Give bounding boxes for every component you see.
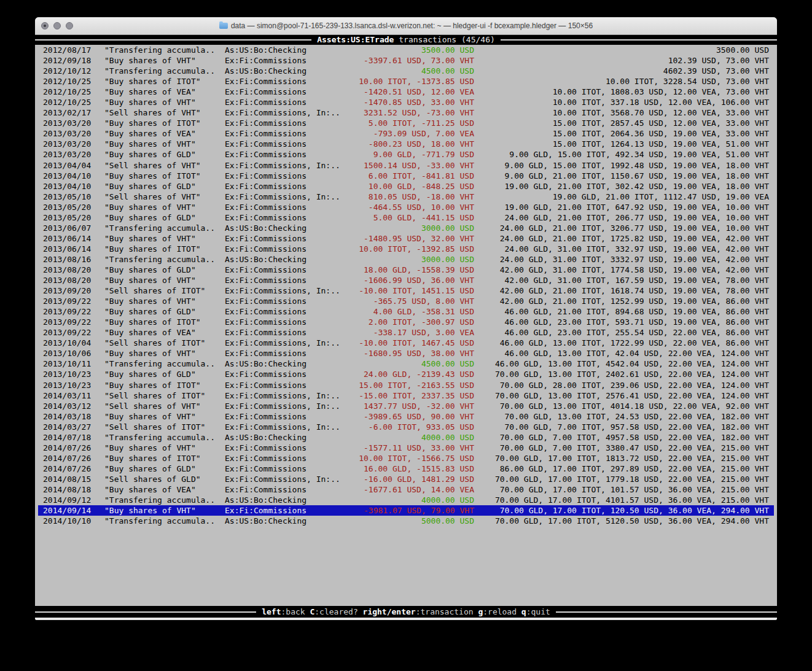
transaction-row[interactable]: 2013/10/11 "Transfering accumula.. As:US… bbox=[38, 359, 774, 369]
running-balance: 70.00 GLD, 17.00 ITOT, 1813.72 USD, 22.0… bbox=[474, 453, 769, 463]
transaction-date: 2013/09/22 bbox=[43, 296, 104, 306]
transaction-row[interactable]: 2013/10/06 "Buy shares of VHT" Ex:Fi:Com… bbox=[38, 348, 774, 359]
transaction-row[interactable]: 2013/03/20 "Buy shares of GLD" Ex:Fi:Com… bbox=[38, 149, 774, 160]
amount-change: 4.00 GLD, -358.31 USD bbox=[342, 306, 474, 317]
running-balance: 24.00 GLD, 21.00 ITOT, 3206.77 USD, 19.0… bbox=[474, 223, 769, 233]
other-account: Ex:Fi:Commissions bbox=[225, 212, 342, 223]
transaction-row[interactable]: 2013/09/22 "Buy shares of VEA" Ex:Fi:Com… bbox=[38, 327, 774, 338]
transaction-row[interactable]: 2012/10/25 "Buy shares of VEA" Ex:Fi:Com… bbox=[38, 87, 774, 97]
transaction-description: "Buy shares of GLD" bbox=[104, 212, 225, 223]
running-balance: 70.00 GLD, 7.00 ITOT, 3380.47 USD, 22.00… bbox=[474, 443, 769, 453]
key-hint: left:back bbox=[262, 607, 305, 616]
amount-change: 10.00 ITOT, -1373.85 USD bbox=[342, 76, 474, 87]
transaction-row[interactable]: 2014/07/26 "Buy shares of GLD" Ex:Fi:Com… bbox=[38, 463, 774, 474]
other-account: Ex:Fi:Commissions bbox=[225, 265, 342, 275]
close-button-icon[interactable] bbox=[41, 22, 49, 29]
transaction-row[interactable]: 2013/04/10 "Buy shares of GLD" Ex:Fi:Com… bbox=[38, 181, 774, 192]
transaction-row[interactable]: 2013/10/23 "Buy shares of ITOT" Ex:Fi:Co… bbox=[38, 380, 774, 390]
transaction-date: 2013/08/20 bbox=[43, 275, 104, 285]
transaction-register: 2012/08/17 "Transfering accumula.. As:US… bbox=[35, 45, 777, 526]
amount-change: -16.00 GLD, 1481.29 USD bbox=[342, 474, 474, 484]
transaction-row[interactable]: 2013/03/20 "Buy shares of VEA" Ex:Fi:Com… bbox=[38, 128, 774, 139]
running-balance: 70.00 GLD, 7.00 ITOT, 957.58 USD, 22.00 … bbox=[474, 422, 769, 432]
key-hint: right/enter:transaction bbox=[363, 607, 474, 616]
window-bottom-edge[interactable] bbox=[35, 618, 777, 620]
transaction-row[interactable]: 2014/07/18 "Transfering accumula.. As:US… bbox=[38, 432, 774, 443]
transaction-row[interactable]: 2013/03/20 "Buy shares of ITOT" Ex:Fi:Co… bbox=[38, 118, 774, 128]
running-balance: 9.00 GLD, 15.00 ITOT, 1992.48 USD, 19.00… bbox=[474, 160, 769, 171]
transaction-date: 2014/03/27 bbox=[43, 422, 104, 432]
transaction-row[interactable]: 2014/08/15 "Sell shares of GLD" Ex:Fi:Co… bbox=[38, 474, 774, 484]
amount-change: -365.75 USD, 8.00 VHT bbox=[342, 296, 474, 306]
running-balance: 102.39 USD, 73.00 VHT bbox=[474, 55, 769, 66]
amount-change: 3500.00 USD bbox=[342, 45, 474, 55]
transaction-date: 2013/05/20 bbox=[43, 212, 104, 223]
running-balance: 19.00 GLD, 21.00 ITOT, 302.42 USD, 19.00… bbox=[474, 181, 769, 192]
other-account: Ex:Fi:Commissions, In:.. bbox=[225, 390, 342, 401]
amount-change: 24.00 GLD, -2139.43 USD bbox=[342, 369, 474, 379]
running-balance: 10.00 ITOT, 337.18 USD, 12.00 VEA, 106.0… bbox=[474, 97, 769, 107]
transaction-row[interactable]: 2012/10/25 "Buy shares of VHT" Ex:Fi:Com… bbox=[38, 97, 774, 107]
minimize-button-icon[interactable] bbox=[53, 22, 61, 29]
transaction-row[interactable]: 2014/03/11 "Sell shares of ITOT" Ex:Fi:C… bbox=[38, 390, 774, 401]
transaction-date: 2013/10/06 bbox=[43, 348, 104, 359]
transaction-row[interactable]: 2013/06/07 "Transfering accumula.. As:US… bbox=[38, 223, 774, 233]
transaction-row[interactable]: 2013/09/20 "Sell shares of ITOT" Ex:Fi:C… bbox=[38, 285, 774, 296]
transaction-row[interactable]: 2013/04/10 "Buy shares of ITOT" Ex:Fi:Co… bbox=[38, 171, 774, 181]
transaction-row[interactable]: 2013/08/20 "Buy shares of VHT" Ex:Fi:Com… bbox=[38, 275, 774, 285]
other-account: As:US:Bo:Checking bbox=[225, 495, 342, 505]
transaction-description: "Buy shares of GLD" bbox=[104, 463, 225, 474]
window-title-text: data — simon@pool-71-165-239-133.lsanca.… bbox=[231, 21, 593, 30]
transaction-row[interactable]: 2013/06/14 "Buy shares of ITOT" Ex:Fi:Co… bbox=[38, 244, 774, 254]
transaction-date: 2012/10/25 bbox=[43, 87, 104, 97]
transaction-row[interactable]: 2013/05/20 "Buy shares of GLD" Ex:Fi:Com… bbox=[38, 212, 774, 223]
amount-change: -15.00 ITOT, 2337.35 USD bbox=[342, 390, 474, 401]
transaction-row[interactable]: 2012/08/17 "Transfering accumula.. As:US… bbox=[38, 45, 774, 55]
transaction-row[interactable]: 2013/03/20 "Buy shares of VHT" Ex:Fi:Com… bbox=[38, 139, 774, 149]
transaction-row[interactable]: 2013/02/17 "Sell shares of VHT" Ex:Fi:Co… bbox=[38, 107, 774, 118]
transaction-description: "Buy shares of GLD" bbox=[104, 265, 225, 275]
amount-change: -1677.61 USD, 14.00 VEA bbox=[342, 484, 474, 495]
amount-change: 4500.00 USD bbox=[342, 66, 474, 76]
running-balance: 70.00 GLD, 13.00 ITOT, 2402.61 USD, 22.0… bbox=[474, 369, 769, 379]
transaction-date: 2014/07/26 bbox=[43, 463, 104, 474]
transaction-row[interactable]: 2014/07/26 "Buy shares of ITOT" Ex:Fi:Co… bbox=[38, 453, 774, 463]
transaction-row[interactable]: 2014/03/27 "Sell shares of ITOT" Ex:Fi:C… bbox=[38, 422, 774, 432]
transaction-row[interactable]: 2013/05/10 "Sell shares of VHT" Ex:Fi:Co… bbox=[38, 192, 774, 202]
transaction-row[interactable]: 2013/10/04 "Sell shares of ITOT" Ex:Fi:C… bbox=[38, 338, 774, 348]
transaction-row[interactable]: 2014/08/18 "Buy shares of VEA" Ex:Fi:Com… bbox=[38, 484, 774, 495]
transaction-row[interactable]: 2013/09/22 "Buy shares of GLD" Ex:Fi:Com… bbox=[38, 306, 774, 317]
transaction-description: "Sell shares of ITOT" bbox=[104, 285, 225, 296]
transaction-row[interactable]: 2012/10/12 "Transfering accumula.. As:US… bbox=[38, 66, 774, 76]
transaction-row[interactable]: 2014/09/12 "Transfering accumula.. As:US… bbox=[38, 495, 774, 505]
transaction-row[interactable]: 2013/05/20 "Buy shares of VHT" Ex:Fi:Com… bbox=[38, 202, 774, 212]
transaction-date: 2014/07/26 bbox=[43, 443, 104, 453]
transaction-row[interactable]: 2013/10/23 "Buy shares of GLD" Ex:Fi:Com… bbox=[38, 369, 774, 379]
running-balance: 24.00 GLD, 31.00 ITOT, 332.97 USD, 19.00… bbox=[474, 244, 769, 254]
zoom-button-icon[interactable] bbox=[66, 22, 73, 29]
amount-change: 9.00 GLD, -771.79 USD bbox=[342, 149, 474, 160]
running-balance: 42.00 GLD, 31.00 ITOT, 167.59 USD, 19.00… bbox=[474, 275, 769, 285]
transaction-row[interactable]: 2013/09/22 "Buy shares of ITOT" Ex:Fi:Co… bbox=[38, 317, 774, 327]
transaction-row[interactable]: 2014/10/10 "Transfering accumula.. As:US… bbox=[38, 516, 774, 526]
transaction-row[interactable]: 2013/09/22 "Buy shares of VHT" Ex:Fi:Com… bbox=[38, 296, 774, 306]
amount-change: -10.00 ITOT, 1467.45 USD bbox=[342, 338, 474, 348]
other-account: Ex:Fi:Commissions bbox=[225, 128, 342, 139]
running-balance: 42.00 GLD, 21.00 ITOT, 1252.99 USD, 19.0… bbox=[474, 296, 769, 306]
transaction-row[interactable]: 2014/03/18 "Buy shares of VHT" Ex:Fi:Com… bbox=[38, 411, 774, 422]
transaction-row[interactable]: 2013/04/04 "Sell shares of VHT" Ex:Fi:Co… bbox=[38, 160, 774, 171]
running-balance: 9.00 GLD, 21.00 ITOT, 1150.67 USD, 19.00… bbox=[474, 171, 769, 181]
transaction-row[interactable]: 2012/09/18 "Buy shares of VHT" Ex:Fi:Com… bbox=[38, 55, 774, 66]
transaction-description: "Sell shares of VHT" bbox=[104, 107, 225, 118]
transaction-row[interactable]: 2012/10/25 "Buy shares of ITOT" Ex:Fi:Co… bbox=[38, 76, 774, 87]
transaction-row[interactable]: 2014/07/26 "Buy shares of VHT" Ex:Fi:Com… bbox=[38, 443, 774, 453]
transaction-row[interactable]: 2014/09/14 "Buy shares of VHT" Ex:Fi:Com… bbox=[38, 505, 774, 516]
transaction-row[interactable]: 2013/08/16 "Transfering accumula.. As:US… bbox=[38, 254, 774, 265]
transaction-row[interactable]: 2013/06/14 "Buy shares of VHT" Ex:Fi:Com… bbox=[38, 233, 774, 244]
amount-change: -338.17 USD, 3.00 VEA bbox=[342, 327, 474, 338]
transaction-row[interactable]: 2014/03/12 "Sell shares of VHT" Ex:Fi:Co… bbox=[38, 401, 774, 411]
running-balance: 19.00 GLD, 21.00 ITOT, 1112.47 USD, 19.0… bbox=[474, 192, 769, 202]
window-title: data — simon@pool-71-165-239-133.lsanca.… bbox=[35, 17, 777, 34]
transaction-row[interactable]: 2013/08/20 "Buy shares of GLD" Ex:Fi:Com… bbox=[38, 265, 774, 275]
other-account: Ex:Fi:Commissions bbox=[225, 369, 342, 379]
